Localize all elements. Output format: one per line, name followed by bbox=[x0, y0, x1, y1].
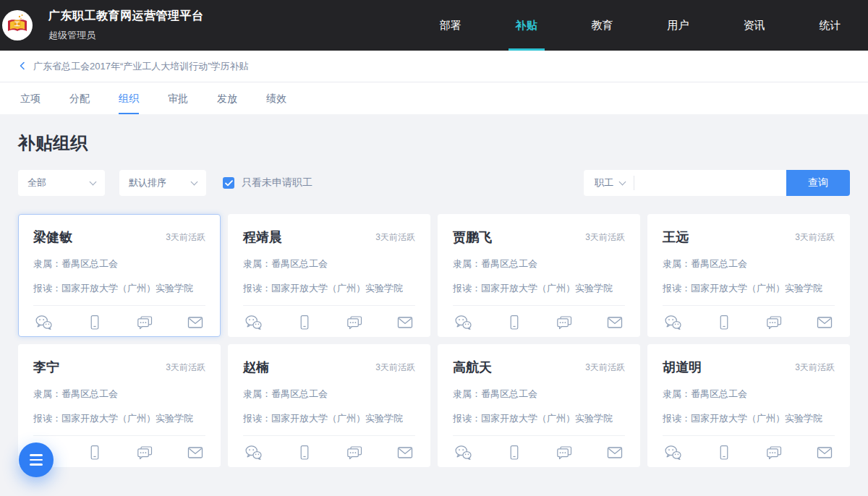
contact-icon-row bbox=[243, 306, 415, 330]
wechat-icon[interactable] bbox=[664, 315, 682, 330]
chevron-down-icon bbox=[90, 178, 97, 185]
contact-icon-row bbox=[33, 306, 205, 330]
nav-item-education[interactable]: 教育 bbox=[564, 0, 640, 51]
wechat-icon[interactable] bbox=[244, 445, 263, 461]
contact-icon-row bbox=[453, 306, 625, 330]
employee-card[interactable]: 贾鹏飞 3天前活跃 隶属：番禺区总工会 报读：国家开放大学（广州）实验学院 bbox=[438, 214, 640, 337]
only-unapplied-label: 只看未申请职工 bbox=[242, 176, 312, 189]
contact-icon-row bbox=[243, 436, 415, 461]
breadcrumb-title: 广东省总工会2017年“产业工人大培训行动”学历补贴 bbox=[33, 60, 249, 73]
phone-icon[interactable] bbox=[506, 445, 523, 461]
affiliation-text: 隶属：番禺区总工会 bbox=[33, 257, 205, 270]
affiliation-text: 隶属：番禺区总工会 bbox=[453, 388, 625, 401]
enrollment-text: 报读：国家开放大学（广州）实验学院 bbox=[663, 282, 835, 295]
sort-select[interactable]: 默认排序 bbox=[119, 170, 206, 196]
breadcrumb: 广东省总工会2017年“产业工人大培训行动”学历补贴 bbox=[0, 51, 868, 82]
mail-icon[interactable] bbox=[187, 315, 204, 330]
phone-icon[interactable] bbox=[296, 445, 313, 461]
phone-icon[interactable] bbox=[86, 445, 103, 461]
phone-icon[interactable] bbox=[506, 315, 523, 330]
tab-distribution[interactable]: 发放 bbox=[217, 82, 237, 114]
enrollment-text: 报读：国家开放大学（广州）实验学院 bbox=[243, 282, 415, 295]
employee-name: 胡道明 bbox=[663, 359, 702, 376]
phone-icon[interactable] bbox=[715, 445, 733, 461]
mail-icon[interactable] bbox=[396, 315, 414, 330]
enrollment-text: 报读：国家开放大学（广州）实验学院 bbox=[243, 412, 415, 425]
search-type-select[interactable]: 职工 bbox=[584, 176, 634, 189]
contact-icon-row bbox=[663, 306, 835, 330]
affiliation-text: 隶属：番禺区总工会 bbox=[663, 257, 835, 270]
last-active-label: 3天前活跃 bbox=[585, 362, 625, 374]
search-input[interactable] bbox=[634, 170, 786, 196]
last-active-label: 3天前活跃 bbox=[166, 231, 205, 244]
tab-organization[interactable]: 组织 bbox=[119, 82, 139, 114]
mail-icon[interactable] bbox=[606, 315, 624, 330]
chevron-down-icon bbox=[619, 178, 626, 185]
sms-icon[interactable] bbox=[136, 445, 153, 461]
wechat-icon[interactable] bbox=[244, 315, 263, 330]
employee-name: 王远 bbox=[663, 228, 689, 246]
contact-icon-row bbox=[663, 436, 835, 461]
sms-icon[interactable] bbox=[346, 315, 363, 330]
nav-item-deploy[interactable]: 部署 bbox=[412, 0, 488, 51]
enrollment-text: 报读：国家开放大学（广州）实验学院 bbox=[33, 282, 205, 295]
tab-allocation[interactable]: 分配 bbox=[69, 82, 90, 114]
mail-icon[interactable] bbox=[396, 445, 414, 461]
employee-card[interactable]: 高航天 3天前活跃 隶属：番禺区总工会 报读：国家开放大学（广州）实验学院 bbox=[438, 344, 640, 467]
mail-icon[interactable] bbox=[816, 445, 833, 461]
phone-icon[interactable] bbox=[86, 315, 103, 330]
wechat-icon[interactable] bbox=[454, 445, 472, 461]
sort-select-value: 默认排序 bbox=[129, 176, 166, 189]
sms-icon[interactable] bbox=[136, 315, 153, 330]
menu-icon bbox=[30, 454, 43, 456]
sms-icon[interactable] bbox=[765, 445, 783, 461]
filter-bar: 全部 默认排序 只看未申请职工 职工 查询 bbox=[18, 170, 850, 196]
nav-item-subsidy[interactable]: 补贴 bbox=[488, 0, 564, 51]
mail-icon[interactable] bbox=[816, 315, 833, 330]
last-active-label: 3天前活跃 bbox=[166, 362, 205, 374]
subsidy-tab-bar: 立项 分配 组织 审批 发放 绩效 bbox=[0, 82, 868, 114]
employee-card[interactable]: 梁健敏 3天前活跃 隶属：番禺区总工会 报读：国家开放大学（广州）实验学院 bbox=[18, 214, 221, 337]
mail-icon[interactable] bbox=[606, 445, 624, 461]
wechat-icon[interactable] bbox=[35, 315, 53, 330]
category-select[interactable]: 全部 bbox=[18, 170, 105, 196]
tab-project-initiation[interactable]: 立项 bbox=[20, 82, 41, 114]
platform-logo-icon: 工 bbox=[1, 9, 34, 42]
user-role-label: 超级管理员 bbox=[48, 29, 204, 42]
nav-item-users[interactable]: 用户 bbox=[640, 0, 716, 51]
phone-icon[interactable] bbox=[296, 315, 313, 330]
enrollment-text: 报读：国家开放大学（广州）实验学院 bbox=[453, 282, 625, 295]
employee-name: 梁健敏 bbox=[33, 228, 72, 246]
enrollment-text: 报读：国家开放大学（广州）实验学院 bbox=[453, 412, 625, 425]
platform-title: 广东职工教育网运营管理平台 bbox=[48, 9, 204, 24]
sms-icon[interactable] bbox=[765, 315, 783, 330]
sms-icon[interactable] bbox=[346, 445, 363, 461]
sms-icon[interactable] bbox=[556, 445, 573, 461]
search-button[interactable]: 查询 bbox=[786, 170, 850, 196]
employee-card[interactable]: 胡道明 3天前活跃 隶属：番禺区总工会 报读：国家开放大学（广州）实验学院 bbox=[647, 344, 850, 467]
tab-performance[interactable]: 绩效 bbox=[266, 82, 286, 114]
sms-icon[interactable] bbox=[556, 315, 573, 330]
menu-fab-button[interactable] bbox=[19, 442, 54, 477]
contact-icon-row bbox=[453, 436, 625, 461]
employee-card[interactable]: 赵楠 3天前活跃 隶属：番禺区总工会 报读：国家开放大学（广州）实验学院 bbox=[228, 344, 430, 467]
affiliation-text: 隶属：番禺区总工会 bbox=[243, 388, 415, 401]
employee-card-grid: 梁健敏 3天前活跃 隶属：番禺区总工会 报读：国家开放大学（广州）实验学院 bbox=[18, 214, 850, 467]
wechat-icon[interactable] bbox=[454, 315, 472, 330]
chevron-down-icon bbox=[191, 178, 198, 185]
affiliation-text: 隶属：番禺区总工会 bbox=[243, 257, 415, 270]
last-active-label: 3天前活跃 bbox=[375, 231, 415, 244]
employee-card[interactable]: 程靖晨 3天前活跃 隶属：番禺区总工会 报读：国家开放大学（广州）实验学院 bbox=[228, 214, 430, 337]
employee-card[interactable]: 王远 3天前活跃 隶属：番禺区总工会 报读：国家开放大学（广州）实验学院 bbox=[647, 214, 850, 337]
nav-item-stats[interactable]: 统计 bbox=[792, 0, 868, 51]
back-button[interactable] bbox=[18, 60, 27, 73]
only-unapplied-checkbox[interactable] bbox=[223, 177, 234, 189]
employee-name: 赵楠 bbox=[243, 359, 269, 376]
wechat-icon[interactable] bbox=[664, 445, 682, 461]
tab-approval[interactable]: 审批 bbox=[168, 82, 188, 114]
last-active-label: 3天前活跃 bbox=[375, 362, 415, 374]
mail-icon[interactable] bbox=[187, 445, 204, 461]
top-nav: 部署 补贴 教育 用户 资讯 统计 bbox=[412, 0, 868, 51]
phone-icon[interactable] bbox=[715, 315, 733, 330]
nav-item-news[interactable]: 资讯 bbox=[716, 0, 792, 51]
